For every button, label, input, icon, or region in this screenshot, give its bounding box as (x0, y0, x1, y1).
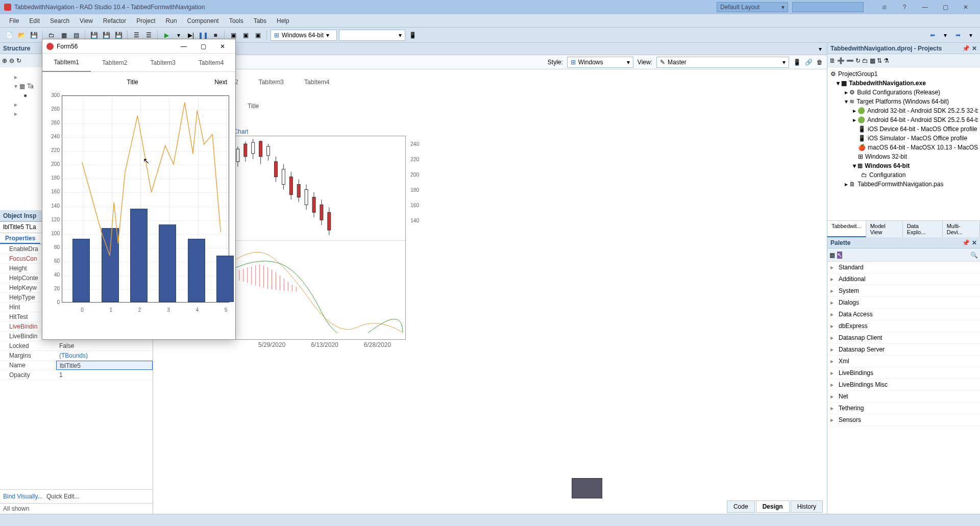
palette-category[interactable]: Data Access (827, 309, 980, 320)
palette-category[interactable]: Xml (827, 356, 980, 367)
form-tab-3[interactable]: TabItem3 (139, 54, 187, 72)
palette-category[interactable]: System (827, 285, 980, 297)
palette-arrow-icon[interactable]: ↖ (837, 252, 842, 259)
menu-edit[interactable]: Edit (24, 15, 45, 27)
close-button[interactable]: ✕ (955, 0, 976, 14)
platform-android32[interactable]: Android 32-bit - Android SDK 25.2.5 32-b… (867, 107, 978, 114)
menu-file[interactable]: File (4, 15, 24, 27)
palette-category[interactable]: LiveBindings Misc (827, 379, 980, 391)
platform-macos[interactable]: macOS 64-bit - MacOSX 10.13 - MacOS Offi… (868, 144, 978, 151)
menu-view[interactable]: View (75, 15, 98, 27)
bg-tab[interactable]: TabItem3 (259, 79, 284, 86)
palette-category[interactable]: Additional (827, 273, 980, 285)
ptab-project[interactable]: Tabbedwit... (827, 221, 866, 237)
minimize-button[interactable]: — (915, 0, 935, 14)
tree-item[interactable]: Ta (27, 83, 34, 90)
bg-tab[interactable]: TabItem4 (304, 79, 329, 86)
menu-tools[interactable]: Tools (224, 15, 249, 27)
form-minimize-button[interactable]: — (175, 43, 192, 50)
bg-candlestick-chart[interactable]: 240 220 200 180 160 140 (230, 136, 406, 340)
help-icon[interactable]: ? (894, 0, 915, 14)
proj-view-icon[interactable]: ▦ (870, 57, 875, 64)
projects-tree[interactable]: ⚙ ProjectGroup1 ▾ ▦ TabbedwithNavigation… (827, 67, 980, 220)
configuration[interactable]: Configuration (869, 171, 905, 179)
open-icon[interactable]: 📂 (16, 30, 27, 40)
oi-property-row[interactable]: Opacity1 (0, 370, 153, 380)
form-maximize-button[interactable]: ▢ (194, 43, 212, 50)
footer-tab-design[interactable]: Design (756, 500, 790, 513)
project-group[interactable]: ProjectGroup1 (838, 70, 877, 78)
platform-android64[interactable]: Android 64-bit - Android SDK 25.2.5 64-b… (867, 116, 978, 123)
menu-search[interactable]: Search (45, 15, 75, 27)
platform-win32[interactable]: Windows 32-bit (865, 153, 907, 160)
link-icon[interactable]: 🔗 (805, 59, 813, 66)
proj-folder-icon[interactable]: 🗀 (862, 57, 868, 64)
target-platforms[interactable]: Target Platforms (Windows 64-bit) (856, 98, 949, 105)
platform-ios-sim[interactable]: iOS Simulator - MacOS Office profile (868, 135, 967, 142)
palette-category[interactable]: Datasnap Client (827, 332, 980, 344)
palette-category[interactable]: Sensors (827, 414, 980, 426)
view2-icon[interactable]: ▣ (240, 30, 251, 40)
view3-icon[interactable]: ▣ (253, 30, 263, 40)
quick-edit-link[interactable]: Quick Edit... (46, 493, 80, 500)
footer-tab-code[interactable]: Code (727, 500, 755, 513)
doc-tabs-overflow[interactable]: ▾ (814, 43, 827, 55)
ptab-model[interactable]: Model View (866, 221, 903, 237)
maximize-button[interactable]: ▢ (935, 0, 955, 14)
menu-component[interactable]: Component (182, 15, 224, 27)
oi-property-row[interactable]: NamelblTitle5 (0, 361, 153, 370)
proj-filter-icon[interactable]: ⚗ (884, 57, 889, 64)
palette-category[interactable]: Net (827, 391, 980, 403)
build-config[interactable]: Build Configurations (Release) (857, 89, 940, 96)
form-close-button[interactable]: ✕ (214, 43, 231, 50)
save-icon[interactable]: 💾 (29, 30, 39, 40)
bind-visually-link[interactable]: Bind Visually... (3, 493, 43, 500)
platform-win64[interactable]: Windows 64-bit (865, 162, 910, 169)
device-combo[interactable]: ▾ (339, 30, 405, 41)
palette-list[interactable]: StandardAdditionalSystemDialogsData Acce… (827, 262, 980, 514)
pas-file[interactable]: TabbedFormwithNavigation.pas (857, 181, 943, 188)
layout-combo[interactable]: Default Layout ▾ (717, 2, 788, 12)
footer-tab-history[interactable]: History (791, 500, 823, 513)
view-combo[interactable]: ✎ Master ▾ (656, 57, 789, 68)
form-tab-2[interactable]: TabItem2 (91, 54, 139, 72)
new-icon[interactable]: 📄 (4, 30, 14, 40)
platform-combo[interactable]: ⊞ Windows 64-bit ▾ (271, 30, 337, 41)
nav-back-dropdown[interactable]: ▾ (940, 30, 950, 40)
oi-property-row[interactable]: LockedFalse (0, 341, 153, 351)
palette-category[interactable]: Datasnap Server (827, 344, 980, 356)
phone-icon[interactable]: 📱 (793, 59, 801, 66)
palette-search-icon[interactable]: 🔍 (970, 252, 978, 259)
running-form[interactable]: Form56 — ▢ ✕ TabItem1 TabItem2 TabItem3 … (42, 39, 236, 340)
nav-back-button[interactable]: ⬅ (927, 30, 938, 41)
pin-icon[interactable]: 📌 (962, 45, 970, 52)
pin-icon[interactable]: 📌 (962, 239, 970, 246)
proj-add-icon[interactable]: ➕ (837, 57, 845, 64)
phone-icon[interactable]: 📱 (407, 30, 418, 40)
struct-collapse-icon[interactable]: ⊖ (9, 57, 14, 64)
minimap[interactable] (572, 478, 602, 498)
design-surface[interactable]: 2 TabItem3 TabItem4 Title TChart (153, 69, 827, 514)
close-icon[interactable]: ✕ (972, 45, 977, 52)
ptab-data[interactable]: Data Explo... (903, 221, 943, 237)
platform-ios-device[interactable]: iOS Device 64-bit - MacOS Office profile (868, 126, 977, 133)
proj-sort-icon[interactable]: ⇅ (877, 57, 882, 64)
titlebar-search[interactable] (792, 2, 864, 12)
desktop-icon[interactable]: ⎚ (874, 0, 894, 14)
delete-icon[interactable]: 🗑 (817, 59, 823, 66)
proj-remove-icon[interactable]: ➖ (846, 57, 854, 64)
menu-run[interactable]: Run (161, 15, 182, 27)
nav-fwd-dropdown[interactable]: ▾ (966, 30, 976, 40)
menu-refactor[interactable]: Refactor (98, 15, 131, 27)
ptab-multi[interactable]: Multi-Devi... (943, 221, 980, 237)
palette-category[interactable]: LiveBindings (827, 367, 980, 379)
struct-expand-icon[interactable]: ⊕ (2, 57, 7, 64)
palette-category[interactable]: Tethering (827, 403, 980, 414)
project-exe[interactable]: TabbedwithNavigation.exe (849, 80, 925, 87)
nav-fwd-button[interactable]: ➡ (952, 30, 964, 41)
palette-category[interactable]: dbExpress (827, 320, 980, 332)
oi-tab-properties[interactable]: Properties (0, 233, 40, 244)
form-tab-4[interactable]: TabItem4 (187, 54, 236, 72)
proj-refresh-icon[interactable]: ↻ (855, 57, 861, 64)
style-combo[interactable]: ⊞ Windows ▾ (567, 57, 633, 68)
